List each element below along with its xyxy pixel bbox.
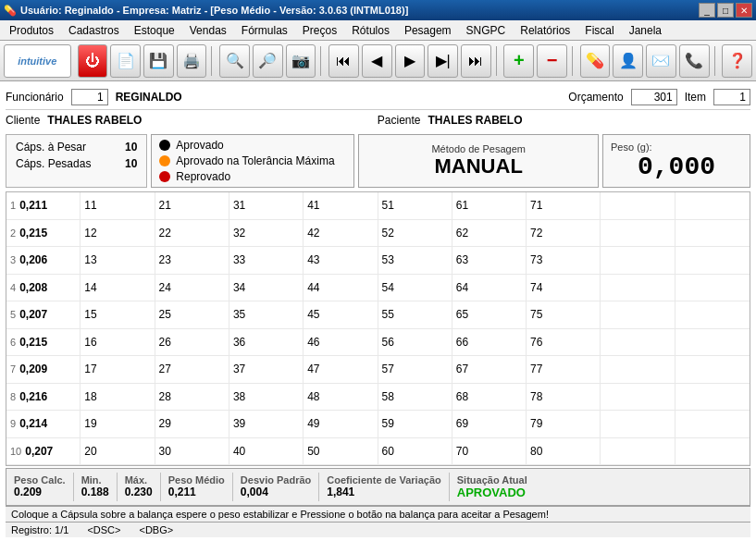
table-row: 100,207 [6,438,81,466]
table-row: 69 [452,411,527,438]
menu-precos[interactable]: Preços [295,22,344,39]
last-button[interactable]: ⏭ [461,44,491,78]
zoom-button[interactable]: 🔎 [253,44,283,78]
title-bar: 💊 Usuário: Reginaldo - Empresa: Matriz -… [0,0,756,20]
table-row: 70,209 [6,356,81,384]
method-panel: Método de Pesagem MANUAL [358,134,599,188]
menu-janela[interactable]: Janela [622,22,669,39]
table-row: 42 [304,220,378,248]
print-button[interactable]: 🖨️ [177,44,207,78]
save-button[interactable]: 💾 [143,44,174,78]
approved-dot [159,140,170,151]
header-row2: Cliente THALES RABELO Paciente THALES RA… [6,114,750,130]
caps-pesadas-value: 10 [125,157,137,170]
table-row: 11 [81,192,155,220]
menu-fiscal[interactable]: Fiscal [577,22,621,39]
power-button[interactable]: ⏻ [78,44,108,78]
orcamento-input[interactable]: 301 [631,89,677,105]
table-row: 50,207 [6,301,81,329]
table-row: 38 [229,384,304,412]
table-row: 39 [229,411,304,438]
first-button[interactable]: ⏮ [328,44,359,78]
new-button[interactable]: 📄 [110,44,141,78]
separator-5 [714,46,718,76]
table-row: 70 [452,438,527,466]
close-button[interactable]: ✕ [736,3,752,18]
table-row: 17 [81,356,155,384]
funcionario-label: Funcionário [6,91,64,104]
menu-cadastros[interactable]: Cadastros [61,22,127,39]
menu-relatorios[interactable]: Relatórios [513,22,577,39]
table-row: 20,215 [6,220,81,248]
menu-estoque[interactable]: Estoque [127,22,182,39]
table-row: 36 [229,329,304,357]
separator-4 [572,46,576,76]
cliente-label: Cliente [6,114,40,127]
stats-bar: Peso Calc. 0.209 Min. 0.188 Máx. 0.230 P… [6,468,750,506]
weight-label: Peso (g): [611,141,652,153]
indicator-tolerance: Aprovado na Tolerância Máxima [159,154,346,167]
add-button[interactable]: + [503,44,534,78]
table-row: 23 [155,247,229,275]
menu-rotulos[interactable]: Rótulos [344,22,397,39]
table-row: 30,206 [6,247,81,275]
table-row [675,247,750,275]
table-row: 59 [378,411,452,438]
tolerance-dot [159,155,170,166]
menu-produtos[interactable]: Produtos [2,22,61,39]
table-row: 61 [452,192,527,220]
play-button[interactable]: ▶ [395,44,426,78]
table-row: 73 [527,247,601,275]
method-value: MANUAL [435,154,523,178]
menu-sngpc[interactable]: SNGPC [459,22,514,39]
table-row [601,356,675,384]
prev-button[interactable]: ◀ [362,44,392,78]
remove-button[interactable]: − [537,44,567,78]
table-row: 74 [527,275,601,302]
stat-coef-value: 1,841 [327,486,441,498]
table-row: 55 [378,301,452,329]
app-icon: 💊 [4,5,17,17]
search-button[interactable]: 🔍 [219,44,250,78]
table-row: 43 [304,247,378,275]
user-button[interactable]: 👤 [613,44,643,78]
table-row: 72 [527,220,601,248]
table-row: 66 [452,329,527,357]
table-row [601,220,675,248]
phone-button[interactable]: 📞 [679,44,710,78]
status-message-bar: Coloque a Cápsula sobre a balança espere… [6,506,750,522]
main-content: Funcionário 1 REGINALDO Orçamento 301 It… [0,81,756,541]
table-row: 75 [527,301,601,329]
menu-pesagem[interactable]: Pesagem [397,22,459,39]
caps-a-pesar-label: Cáps. à Pesar [16,141,118,154]
table-row: 19 [81,411,155,438]
table-row: 47 [304,356,378,384]
table-row: 60,215 [6,329,81,357]
table-row: 26 [155,329,229,357]
table-row: 77 [527,356,601,384]
funcionario-name: REGINALDO [116,91,182,104]
capsule-button[interactable]: 💊 [580,44,611,78]
help-button[interactable]: ❓ [722,44,752,78]
table-row: 34 [229,275,304,302]
table-row: 24 [155,275,229,302]
maximize-button[interactable]: □ [717,3,734,18]
funcionario-input[interactable]: 1 [71,89,108,105]
caps-a-pesar-row: Cáps. à Pesar 10 [16,141,137,154]
minimize-button[interactable]: _ [699,3,715,18]
menu-formulas[interactable]: Fórmulas [234,22,295,39]
method-label: Método de Pesagem [431,143,526,154]
status-message: Coloque a Cápsula sobre a balança espere… [11,509,549,520]
menu-vendas[interactable]: Vendas [182,22,234,39]
next-button[interactable]: ▶| [428,44,458,78]
panels-row: Cáps. à Pesar 10 Cáps. Pesadas 10 Aprova… [6,134,750,188]
camera-button[interactable]: 📷 [286,44,316,78]
table-row [675,301,750,329]
window-controls: _ □ ✕ [699,3,752,18]
table-row: 50 [304,438,378,466]
approved-label: Aprovado [176,139,223,152]
table-row: 31 [229,192,304,220]
data-table: 10,2111121314151617120,21512223242526272… [6,192,750,465]
item-input[interactable]: 1 [713,89,750,105]
email-button[interactable]: ✉️ [646,44,676,78]
